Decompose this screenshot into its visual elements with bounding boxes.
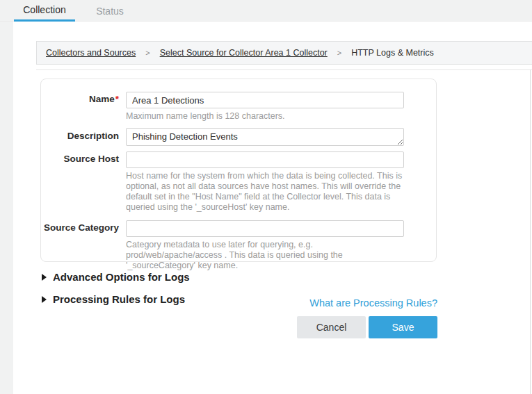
advanced-options-label: Advanced Options for Logs (53, 271, 190, 283)
main-panel: Collectors and Sources > Select Source f… (13, 22, 532, 394)
source-host-input[interactable] (126, 151, 404, 168)
tab-collection[interactable]: Collection (14, 0, 75, 22)
source-category-field-label: Source Category (41, 222, 119, 233)
tab-bar: Collection Status (0, 0, 532, 22)
content-right-border (530, 69, 531, 394)
tab-status[interactable]: Status (89, 0, 131, 22)
cancel-button[interactable]: Cancel (297, 316, 366, 338)
tab-collection-label: Collection (23, 4, 65, 15)
source-host-field-label: Source Host (41, 154, 119, 164)
save-button[interactable]: Save (369, 316, 437, 338)
description-textarea[interactable] (126, 128, 404, 146)
what-are-processing-rules-link[interactable]: What are Processing Rules? (309, 297, 437, 309)
breadcrumb-separator: > (337, 49, 341, 57)
header-divider (36, 69, 532, 70)
tab-status-label: Status (96, 6, 124, 17)
breadcrumb-separator: > (145, 49, 150, 57)
name-help-text: Maximum name length is 128 characters. (126, 111, 411, 122)
source-host-help-text: Host name for the system from which the … (126, 171, 411, 213)
processing-rules-label: Processing Rules for Logs (53, 293, 185, 305)
name-field-label: Name* (41, 94, 119, 104)
advanced-options-toggle[interactable]: Advanced Options for Logs (42, 271, 190, 283)
required-asterisk: * (115, 94, 119, 104)
description-field-label: Description (41, 131, 119, 141)
source-category-help-text: Category metadata to use later for query… (126, 240, 411, 271)
processing-rules-toggle[interactable]: Processing Rules for Logs (42, 293, 185, 305)
breadcrumb: Collectors and Sources > Select Source f… (36, 41, 532, 65)
collapsed-triangle-icon (42, 274, 47, 281)
source-category-input[interactable] (126, 220, 404, 237)
breadcrumb-current-page: HTTP Logs & Metrics (351, 48, 434, 58)
name-input[interactable] (126, 92, 404, 108)
collapsed-triangle-icon (42, 296, 47, 303)
breadcrumb-collectors-and-sources[interactable]: Collectors and Sources (46, 48, 136, 58)
source-config-form-card: Name* Maximum name length is 128 charact… (40, 79, 437, 262)
breadcrumb-select-source[interactable]: Select Source for Collector Area 1 Colle… (160, 48, 328, 58)
